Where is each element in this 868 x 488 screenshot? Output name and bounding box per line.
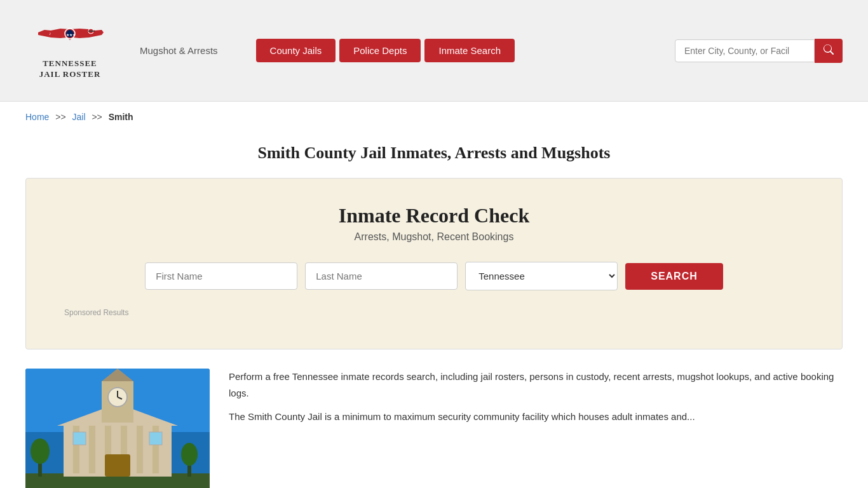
logo[interactable]: ★★★ ♪ TENNESSEE JAIL ROSTER bbox=[25, 21, 114, 80]
header-search-area bbox=[675, 39, 843, 63]
record-check-subtitle: Arrests, Mugshot, Recent Bookings bbox=[64, 231, 804, 243]
breadcrumb-sep1: >> bbox=[55, 112, 65, 122]
site-header: ★★★ ♪ TENNESSEE JAIL ROSTER Mugshot & Ar… bbox=[0, 0, 868, 102]
svg-rect-11 bbox=[89, 426, 95, 473]
breadcrumb-jail[interactable]: Jail bbox=[72, 112, 86, 122]
svg-point-26 bbox=[31, 438, 50, 464]
svg-rect-24 bbox=[149, 432, 162, 445]
last-name-input[interactable] bbox=[305, 262, 458, 290]
county-jails-button[interactable]: County Jails bbox=[256, 39, 336, 62]
logo-map-icon: ★★★ ♪ bbox=[35, 21, 105, 56]
breadcrumb-sep2: >> bbox=[92, 112, 102, 122]
search-icon bbox=[824, 44, 834, 55]
jail-image bbox=[25, 369, 210, 488]
svg-point-28 bbox=[181, 443, 198, 466]
svg-rect-22 bbox=[105, 454, 130, 477]
record-check-section: Inmate Record Check Arrests, Mugshot, Re… bbox=[25, 178, 843, 349]
svg-text:★★★: ★★★ bbox=[66, 33, 76, 37]
record-search-button[interactable]: SEARCH bbox=[625, 263, 723, 290]
breadcrumb: Home >> Jail >> Smith bbox=[0, 102, 868, 132]
header-search-input[interactable] bbox=[675, 39, 815, 62]
police-depts-button[interactable]: Police Depts bbox=[339, 39, 421, 62]
svg-text:♪: ♪ bbox=[49, 31, 51, 36]
record-check-title: Inmate Record Check bbox=[64, 204, 804, 227]
page-title: Smith County Jail Inmates, Arrests and M… bbox=[25, 144, 843, 163]
first-name-input[interactable] bbox=[145, 262, 297, 290]
content-paragraph-2: The Smith County Jail is a minimum to ma… bbox=[229, 409, 843, 425]
svg-rect-23 bbox=[73, 432, 86, 445]
sponsored-results-label: Sponsored Results bbox=[64, 308, 804, 317]
breadcrumb-current: Smith bbox=[109, 112, 133, 122]
header-search-button[interactable] bbox=[815, 39, 843, 63]
logo-text: TENNESSEE JAIL ROSTER bbox=[39, 58, 101, 80]
content-text: Perform a free Tennessee inmate records … bbox=[229, 369, 843, 488]
bottom-content: Perform a free Tennessee inmate records … bbox=[0, 369, 868, 488]
record-check-form: Tennessee Alabama Alaska Arizona Arkansa… bbox=[64, 262, 804, 290]
content-paragraph-1: Perform a free Tennessee inmate records … bbox=[229, 369, 843, 401]
breadcrumb-home[interactable]: Home bbox=[25, 112, 49, 122]
inmate-search-button[interactable]: Inmate Search bbox=[424, 39, 515, 62]
svg-rect-14 bbox=[137, 426, 143, 473]
mugshot-arrests-link[interactable]: Mugshot & Arrests bbox=[140, 45, 218, 56]
state-select[interactable]: Tennessee Alabama Alaska Arizona Arkansa… bbox=[465, 262, 618, 290]
main-nav: County Jails Police Depts Inmate Search bbox=[256, 39, 515, 62]
